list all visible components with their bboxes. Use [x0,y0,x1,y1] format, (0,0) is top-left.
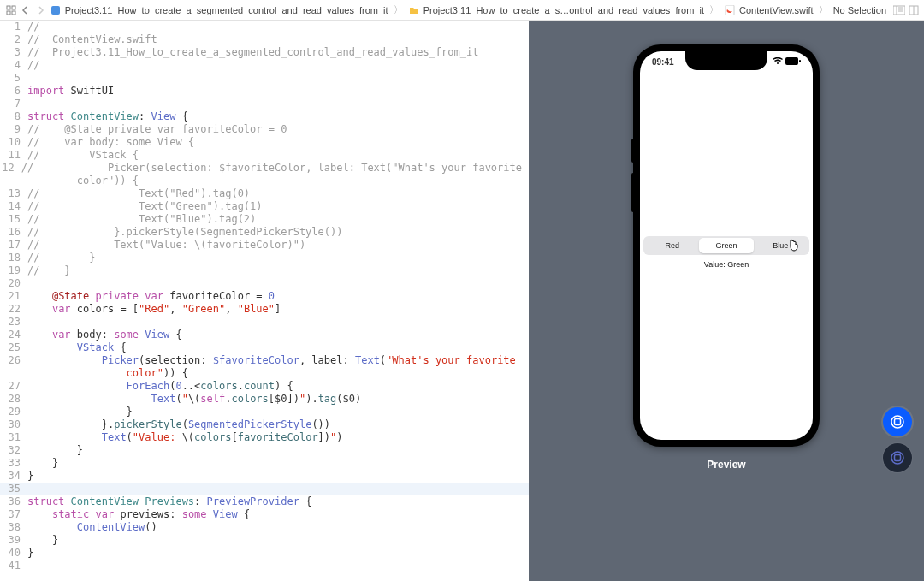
code-line[interactable]: 4// [0,59,529,72]
code-line[interactable]: 34} [0,470,529,483]
folder-icon [408,4,420,16]
line-number: 19 [0,264,27,277]
crumb-project[interactable]: Project3.11_How_to_create_a_segmented_co… [50,4,388,16]
code-line[interactable]: 17// Text("Value: \(favoriteColor)") [0,239,529,252]
code-text: @State private var favoriteColor = 0 [27,290,529,303]
code-line[interactable]: 12// Picker(selection: $favoriteColor, l… [0,162,529,175]
code-text: } [27,406,529,418]
code-line[interactable]: 23 [0,316,529,329]
code-text: var colors = ["Red", "Green", "Blue"] [27,303,529,316]
value-label: Value: Green [640,260,813,269]
code-line[interactable]: 16// }.pickerStyle(SegmentedPickerStyle(… [0,226,529,239]
code-text: Text("\(self.colors[$0])").tag($0) [27,393,529,406]
code-text: ForEach(0..<colors.count) { [27,380,529,393]
code-line[interactable]: 27 ForEach(0..<colors.count) { [0,380,529,393]
code-line[interactable]: 41 [0,560,529,572]
code-line[interactable]: 18// } [0,252,529,264]
code-text: } [27,470,529,483]
crumb-selection[interactable]: No Selection [833,5,886,15]
code-line[interactable]: 3// Project3.11_How_to_create_a_segmente… [0,46,529,59]
code-text: color")) { [27,175,529,187]
code-editor[interactable]: 1//2// ContentView.swift3// Project3.11_… [0,21,529,581]
code-line[interactable]: 2// ContentView.swift [0,33,529,46]
code-line[interactable]: 9// @State private var favoriteColor = 0 [0,123,529,136]
code-line[interactable]: 36struct ContentView_Previews: PreviewPr… [0,495,529,508]
code-line[interactable]: 30 }.pickerStyle(SegmentedPickerStyle()) [0,418,529,431]
code-line[interactable]: 33 } [0,457,529,470]
line-number: 21 [0,290,27,303]
code-text: // Text("Green").tag(1) [27,200,529,213]
code-text [27,72,529,85]
code-text: VStack { [27,341,529,354]
nav-forward-icon[interactable] [34,3,45,17]
code-text [27,316,529,329]
code-line[interactable]: 7 [0,98,529,110]
add-editor-icon[interactable] [909,4,919,16]
code-line[interactable]: color")) { [0,367,529,380]
code-line[interactable]: 32 } [0,444,529,457]
code-line[interactable]: 20 [0,277,529,290]
line-number: 6 [0,85,27,98]
svg-rect-14 [799,60,801,62]
preview-on-device-button[interactable] [883,443,912,472]
line-number: 30 [0,418,27,431]
code-line[interactable]: 31 Text("Value: \(colors[favoriteColor])… [0,431,529,444]
line-number: 7 [0,98,27,110]
wifi-icon [773,57,783,67]
line-number: 4 [0,59,27,72]
code-line[interactable]: 13// Text("Red").tag(0) [0,187,529,200]
nav-back-icon[interactable] [20,3,31,17]
line-number: 15 [0,213,27,226]
code-line[interactable]: color")) { [0,175,529,187]
code-text [27,98,529,110]
code-line[interactable]: 15// Text("Blue").tag(2) [0,213,529,226]
crumb-folder-label: Project3.11_How_to_create_a_s…ontrol_and… [424,5,704,15]
code-line[interactable]: 24 var body: some View { [0,329,529,341]
device-screen: 09:41 RedGreenBlue Value: Green [640,51,813,440]
code-line[interactable]: 1// [0,21,529,33]
code-line[interactable]: 40} [0,547,529,560]
code-text [27,277,529,290]
code-text: } [27,547,529,560]
crumb-file[interactable]: ContentView.swift [724,4,814,16]
code-line[interactable]: 8struct ContentView: View { [0,110,529,123]
segment-red[interactable]: Red [645,238,699,253]
line-number: 35 [0,483,27,495]
segmented-control[interactable]: RedGreenBlue [643,236,809,255]
svg-rect-4 [51,6,60,15]
code-line[interactable]: 11// VStack { [0,149,529,162]
battery-icon [785,57,801,67]
code-line[interactable]: 5 [0,72,529,85]
code-line[interactable]: 25 VStack { [0,341,529,354]
crumb-folder[interactable]: Project3.11_How_to_create_a_s…ontrol_and… [408,4,704,16]
code-line[interactable]: 14// Text("Green").tag(1) [0,200,529,213]
svg-rect-16 [895,419,901,425]
preview-live-button[interactable] [883,407,912,436]
line-number: 2 [0,33,27,46]
chevron-right-icon: 〉 [817,3,830,16]
code-text: // Text("Value: \(favoriteColor)") [27,239,529,252]
code-text: var body: some View { [27,329,529,341]
code-text: // [27,59,529,72]
chevron-right-icon: 〉 [708,3,720,16]
line-number: 27 [0,380,27,393]
code-line[interactable]: 35 [0,483,529,495]
code-line[interactable]: 26 Picker(selection: $favoriteColor, lab… [0,354,529,367]
code-text: } [27,444,529,457]
chevron-right-icon: 〉 [392,3,405,16]
segment-green[interactable]: Green [699,238,753,253]
code-line[interactable]: 21 @State private var favoriteColor = 0 [0,290,529,303]
code-line[interactable]: 22 var colors = ["Red", "Green", "Blue"] [0,303,529,316]
code-line[interactable]: 29 } [0,406,529,418]
line-number: 40 [0,547,27,560]
code-line[interactable]: 39 } [0,534,529,547]
assistant-split-icon[interactable] [893,4,905,16]
code-line[interactable]: 19// } [0,264,529,277]
code-line[interactable]: 6import SwiftUI [0,85,529,98]
code-line[interactable]: 37 static var previews: some View { [0,508,529,521]
code-line[interactable]: 10// var body: some View { [0,136,529,149]
code-line[interactable]: 28 Text("\(self.colors[$0])").tag($0) [0,393,529,406]
code-line[interactable]: 38 ContentView() [0,521,529,534]
related-items-icon[interactable] [5,3,16,17]
code-text [27,483,529,495]
